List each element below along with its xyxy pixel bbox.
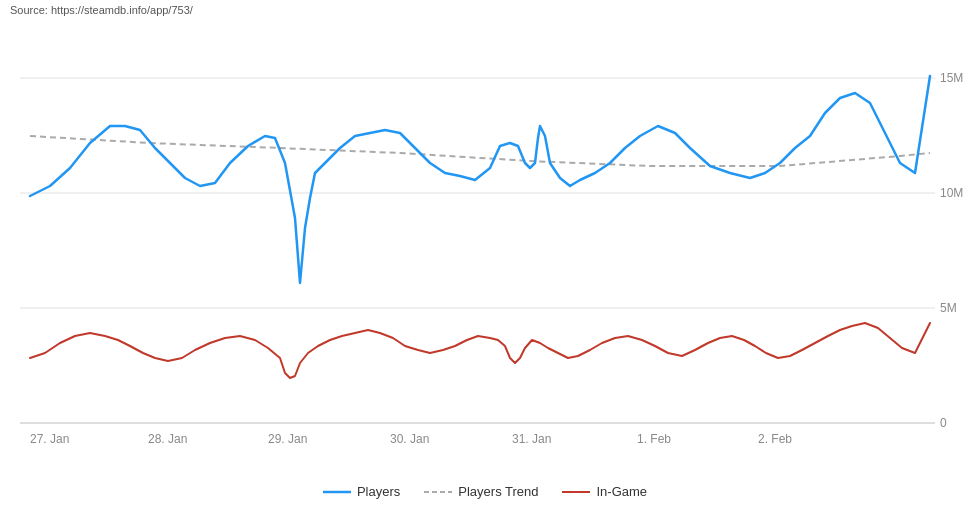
x-label-27jan: 27. Jan xyxy=(30,432,69,446)
legend-label-players: Players xyxy=(357,484,400,499)
x-label-1feb: 1. Feb xyxy=(637,432,671,446)
chart-svg: 15M 10M 5M 0 27. Jan 28. Jan 29. Jan 30.… xyxy=(0,18,970,478)
x-label-30jan: 30. Jan xyxy=(390,432,429,446)
y-label-5m: 5M xyxy=(940,301,957,315)
legend-icon-ingame xyxy=(562,486,590,498)
x-label-2feb: 2. Feb xyxy=(758,432,792,446)
legend-item-ingame: In-Game xyxy=(562,484,647,499)
legend-item-trend: Players Trend xyxy=(424,484,538,499)
ingame-line xyxy=(30,323,930,378)
trend-line xyxy=(30,136,930,166)
source-line: Source: https://steamdb.info/app/753/ xyxy=(0,0,970,18)
y-label-0: 0 xyxy=(940,416,947,430)
x-label-29jan: 29. Jan xyxy=(268,432,307,446)
legend-label-ingame: In-Game xyxy=(596,484,647,499)
y-label-10m: 10M xyxy=(940,186,963,200)
y-label-15m: 15M xyxy=(940,71,963,85)
players-line xyxy=(30,76,930,283)
x-label-28jan: 28. Jan xyxy=(148,432,187,446)
legend-icon-players xyxy=(323,486,351,498)
legend-label-trend: Players Trend xyxy=(458,484,538,499)
x-label-31jan: 31. Jan xyxy=(512,432,551,446)
legend-item-players: Players xyxy=(323,484,400,499)
chart-area: 15M 10M 5M 0 27. Jan 28. Jan 29. Jan 30.… xyxy=(0,18,970,478)
chart-legend: Players Players Trend In-Game xyxy=(0,478,970,503)
legend-icon-trend xyxy=(424,486,452,498)
